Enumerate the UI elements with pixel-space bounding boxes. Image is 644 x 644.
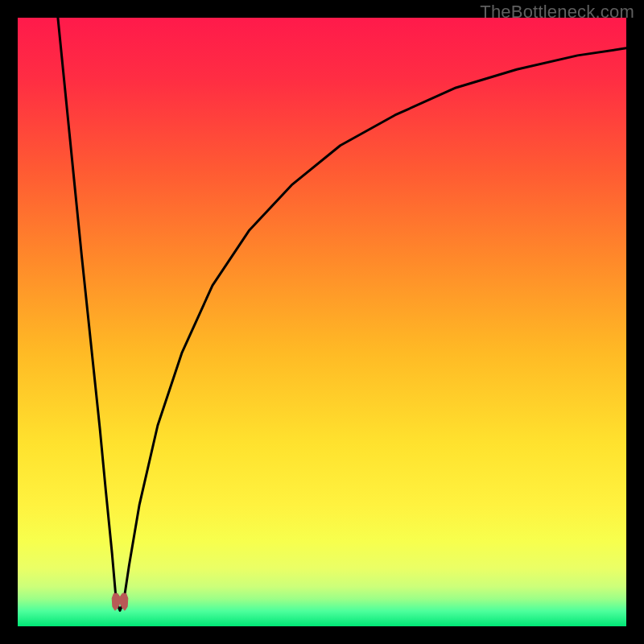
- plot-area: [18, 18, 626, 626]
- watermark-text: TheBottleneck.com: [480, 2, 634, 23]
- gradient-background: [18, 18, 626, 626]
- bottleneck-curve-chart: [18, 18, 626, 626]
- chart-frame: TheBottleneck.com: [0, 0, 644, 644]
